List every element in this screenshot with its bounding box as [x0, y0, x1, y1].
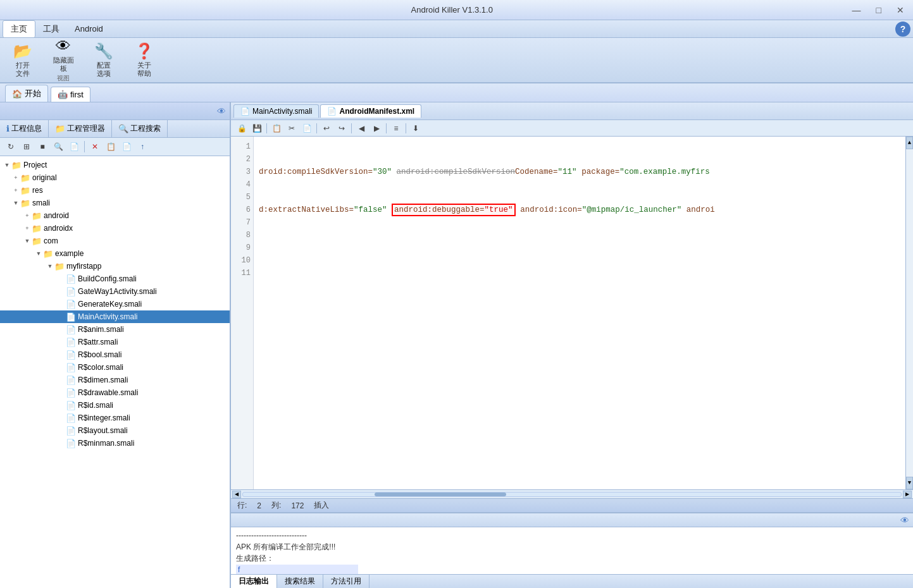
minimize-button[interactable]: —	[848, 4, 865, 16]
file-icon-rdrawable: 📄	[66, 388, 76, 398]
menu-item-home[interactable]: 主页	[3, 20, 35, 38]
scroll-up-btn[interactable]: ▲	[906, 137, 913, 149]
output-tab-search[interactable]: 搜索结果	[277, 575, 323, 588]
tree-item-androidx[interactable]: + 📁 androidx	[0, 222, 230, 235]
file-icon-rinteger: 📄	[66, 413, 76, 423]
collapse-btn[interactable]: ■	[35, 140, 49, 154]
refresh-btn[interactable]: ↻	[4, 140, 18, 154]
project-manager-tab[interactable]: 📁 工程管理器	[49, 120, 112, 137]
h-scroll-area[interactable]: ◀ ▶	[231, 489, 913, 498]
up-btn[interactable]: ↑	[135, 140, 149, 154]
tree-item-rdrawable[interactable]: 📄 R$drawable.smali	[0, 386, 230, 399]
tree-scroll-content: ▼ 📁 Project + 📁 original + 📁 res	[0, 156, 230, 452]
scroll-down-btn[interactable]: ▼	[906, 477, 913, 489]
list-btn[interactable]: ≡	[389, 122, 403, 135]
tree-item-android[interactable]: + 📁 android	[0, 209, 230, 222]
tree-label-generatekey: GenerateKey.smali	[78, 300, 142, 309]
tree-item-smali[interactable]: ▼ 📁 smali	[0, 197, 230, 209]
tree-item-myfirstapp[interactable]: ▼ 📁 myfirstapp	[0, 260, 230, 273]
et-sep2	[316, 123, 317, 133]
open-button[interactable]: 📂 打开文件	[5, 41, 40, 79]
copy-btn2[interactable]: 📋	[270, 122, 283, 135]
undo-btn[interactable]: ↩	[320, 122, 333, 135]
et-sep5	[406, 123, 406, 133]
delete-btn[interactable]: ✕	[88, 140, 102, 154]
tree-item-gateway[interactable]: 📄 GateWay1Activity.smali	[0, 285, 230, 298]
editor-tab-mainactivity[interactable]: 📄 MainActivity.smali	[233, 104, 319, 118]
tree-item-rattr[interactable]: 📄 R$attr.smali	[0, 336, 230, 348]
tree-item-rminman[interactable]: 📄 R$minman.smali	[0, 437, 230, 450]
tree-label-rlayout: R$layout.smali	[78, 426, 128, 435]
menu-item-tools[interactable]: 工具	[35, 21, 67, 37]
search-btn[interactable]: 🔍	[51, 140, 65, 154]
config-button[interactable]: 🔧 配置选项	[86, 41, 121, 79]
paste-btn2[interactable]: 📄	[300, 122, 314, 135]
lock-btn[interactable]: 🔒	[235, 122, 249, 135]
project-manager-label: 工程管理器	[67, 123, 105, 134]
cut-btn[interactable]: ✂	[285, 122, 299, 135]
project-info-tab[interactable]: ℹ 工程信息	[0, 120, 49, 137]
hide-panel-button[interactable]: 👁 隐藏面板 视图	[46, 41, 81, 79]
save-btn[interactable]: 💾	[250, 122, 264, 135]
code-line-4	[259, 279, 900, 292]
tree-item-generatekey[interactable]: 📄 GenerateKey.smali	[0, 298, 230, 310]
output-path: f	[236, 564, 908, 574]
file-tree[interactable]: ▼ 📁 Project + 📁 original + 📁 res	[0, 156, 230, 588]
tree-item-project[interactable]: ▼ 📁 Project	[0, 159, 230, 171]
output-tab-method[interactable]: 方法引用	[323, 575, 370, 588]
tab-label-mainactivity: MainActivity.smali	[252, 107, 312, 116]
tree-item-rinteger[interactable]: 📄 R$integer.smali	[0, 412, 230, 424]
code-editor[interactable]: 1 2 3 4 5 6 7 8 9 10 11 droid:compileSdk…	[231, 137, 913, 489]
about-button[interactable]: ❓ 关于帮助	[127, 41, 162, 79]
tree-item-ranim[interactable]: 📄 R$anim.smali	[0, 323, 230, 336]
file-tab[interactable]: 🤖 first	[51, 87, 90, 102]
status-bar: 行: 2 列: 172 插入	[231, 498, 913, 512]
help-button[interactable]: ?	[895, 21, 910, 37]
tree-item-rlayout[interactable]: 📄 R$layout.smali	[0, 424, 230, 437]
et-sep4	[386, 123, 387, 133]
tree-item-buildconfig[interactable]: 📄 BuildConfig.smali	[0, 273, 230, 285]
hide-panel-label: 隐藏面板	[53, 56, 74, 73]
code-content[interactable]: droid:compileSdkVersion="30" android:com…	[254, 137, 905, 489]
file-tab-label: first	[70, 90, 84, 99]
editor-tabs: 📄 MainActivity.smali 📄 AndroidManifest.x…	[231, 102, 913, 120]
tree-item-rcolor[interactable]: 📄 R$color.smali	[0, 361, 230, 374]
tree-item-rdimen[interactable]: 📄 R$dimen.smali	[0, 374, 230, 386]
copy-btn[interactable]: 📋	[104, 140, 118, 154]
expander-mainactivity	[57, 312, 66, 321]
next-btn[interactable]: ▶	[370, 122, 383, 135]
panel-eye-icon[interactable]: 👁	[217, 106, 226, 116]
project-search-tab[interactable]: 🔍 工程搜索	[112, 120, 168, 137]
tree-item-res[interactable]: + 📁 res	[0, 184, 230, 197]
about-icon: ❓	[135, 42, 154, 60]
redo-btn[interactable]: ↪	[335, 122, 349, 135]
editor-scrollbar-v[interactable]: ▲ ▼	[905, 137, 913, 489]
maximize-button[interactable]: □	[873, 4, 885, 16]
tree-item-example[interactable]: ▼ 📁 example	[0, 247, 230, 260]
about-label: 关于帮助	[137, 61, 151, 78]
file-icon-rcolor: 📄	[66, 363, 76, 372]
h-scroll-right-btn[interactable]: ▶	[903, 491, 912, 498]
tree-item-rid[interactable]: 📄 R$id.smali	[0, 399, 230, 412]
editor-tab-manifest[interactable]: 📄 AndroidManifest.xml	[320, 104, 421, 118]
expander-rlayout	[57, 426, 66, 435]
output-tab-log[interactable]: 日志输出	[231, 575, 277, 588]
output-eye-icon[interactable]: 👁	[900, 515, 909, 525]
h-scroll-track[interactable]	[242, 492, 902, 497]
expand-btn[interactable]: ⊞	[20, 140, 34, 154]
close-button[interactable]: ✕	[893, 4, 908, 16]
tree-item-com[interactable]: ▼ 📁 com	[0, 235, 230, 247]
tree-item-original[interactable]: + 📁 original	[0, 171, 230, 184]
home-tab[interactable]: 🏠 开始	[5, 85, 48, 102]
tree-item-rbool[interactable]: 📄 R$bool.smali	[0, 348, 230, 361]
doc-btn[interactable]: 📄	[67, 140, 81, 154]
expander-smali: ▼	[11, 199, 20, 207]
paste-btn[interactable]: 📄	[120, 140, 134, 154]
h-scroll-left-btn[interactable]: ◀	[232, 491, 241, 498]
project-search-label: 工程搜索	[130, 123, 161, 134]
tree-item-mainactivity[interactable]: 📄 MainActivity.smali	[0, 310, 230, 323]
compile-btn[interactable]: ⬇	[409, 122, 423, 135]
code-line-6	[259, 355, 900, 368]
menu-item-android[interactable]: Android	[67, 21, 111, 36]
prev-btn[interactable]: ◀	[354, 122, 368, 135]
